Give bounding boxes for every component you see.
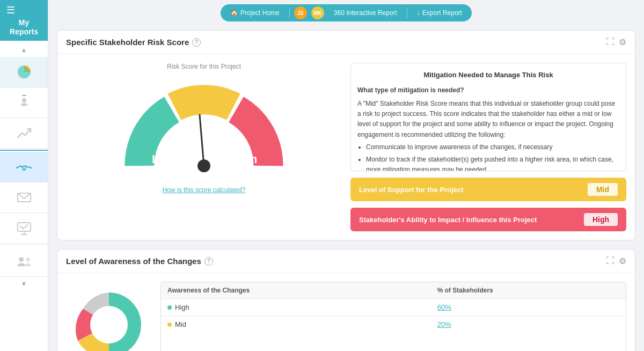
top-nav-bar: 🏠 Project Home JS MK 360 Interactive Rep… bbox=[221, 4, 472, 21]
gauge-label: Risk Score for this Project bbox=[167, 63, 241, 70]
sidebar-item-presentation[interactable] bbox=[0, 213, 48, 244]
fullscreen-icon[interactable]: ⛶ bbox=[606, 37, 614, 47]
awareness-body: Awareness of the Changes % of Stakeholde… bbox=[57, 273, 635, 351]
awareness-high-value: 60% bbox=[431, 299, 626, 316]
awareness-card-title-text: Level of Awareness of the Changes bbox=[66, 257, 201, 266]
support-label: Level of Support for the Project bbox=[359, 186, 463, 194]
pie-chart-icon bbox=[16, 63, 33, 81]
sidebar-title: MyReports bbox=[10, 18, 38, 36]
presentation-icon bbox=[16, 220, 33, 237]
influence-score-badge: Stakeholder's Ability to Impact / Influe… bbox=[350, 208, 626, 231]
sidebar: ☰ MyReports ▲ bbox=[0, 0, 48, 351]
awareness-card-actions: ⛶ ⚙ bbox=[606, 256, 626, 266]
svg-point-0 bbox=[22, 98, 26, 103]
svg-point-2 bbox=[23, 169, 25, 171]
gauge-card-body: Risk Score for this Project Low bbox=[57, 54, 635, 240]
risk-score-card: Specific Stakeholder Risk Score ? ⛶ ⚙ Ri… bbox=[57, 30, 635, 240]
interactive-report-button[interactable]: 360 Interactive Report bbox=[328, 7, 402, 19]
mitigation-box: Mitigation Needed to Manage This Risk Wh… bbox=[350, 63, 626, 171]
home-icon: 🏠 bbox=[230, 9, 238, 17]
nav-divider-2 bbox=[407, 8, 407, 18]
influence-value: High bbox=[584, 213, 618, 226]
support-value: Mid bbox=[588, 183, 618, 196]
awareness-table: Awareness of the Changes % of Stakeholde… bbox=[160, 282, 626, 351]
gauge-container: Low Mid High bbox=[113, 75, 295, 182]
svg-text:Low: Low bbox=[152, 152, 176, 166]
support-score-badge: Level of Support for the Project Mid bbox=[350, 178, 626, 201]
nav-avatar-1: JS bbox=[294, 6, 307, 19]
risk-title-info-icon[interactable]: ? bbox=[192, 38, 201, 47]
sidebar-item-trend[interactable] bbox=[0, 118, 48, 149]
mitigation-question: What type of mitigation is needed? bbox=[357, 85, 619, 96]
svg-point-13 bbox=[197, 159, 210, 172]
nav-avatar-2: MK bbox=[311, 6, 324, 19]
mitigation-body: A "Mid" Stakeholder Risk Score means tha… bbox=[357, 99, 619, 140]
svg-point-8 bbox=[26, 257, 30, 261]
gauge-calc-link[interactable]: How is this score calculated? bbox=[163, 186, 246, 194]
handshake-icon bbox=[16, 158, 33, 176]
page-scroll: Specific Stakeholder Risk Score ? ⛶ ⚙ Ri… bbox=[48, 26, 644, 351]
awareness-mid-link[interactable]: 20% bbox=[437, 320, 451, 328]
svg-text:Mid: Mid bbox=[194, 115, 214, 128]
top-nav: 🏠 Project Home JS MK 360 Interactive Rep… bbox=[48, 0, 644, 26]
awareness-high-label: High bbox=[161, 299, 431, 316]
mitigation-bullet-2: Monitor to track if the stakeholder(s) g… bbox=[366, 155, 619, 171]
sidebar-header: ☰ MyReports bbox=[0, 0, 48, 41]
awareness-high-link[interactable]: 60% bbox=[437, 303, 451, 311]
sidebar-item-group[interactable] bbox=[0, 246, 48, 277]
svg-rect-4 bbox=[18, 223, 31, 231]
sidebar-item-shield-user[interactable] bbox=[0, 87, 48, 118]
trend-icon bbox=[16, 125, 33, 142]
risk-card-title-text: Specific Stakeholder Risk Score bbox=[66, 38, 189, 47]
sidebar-item-reports[interactable] bbox=[0, 57, 48, 87]
export-report-button[interactable]: ↓ Export Report bbox=[412, 7, 467, 19]
main-content: 🏠 Project Home JS MK 360 Interactive Rep… bbox=[48, 0, 644, 351]
svg-text:High: High bbox=[231, 152, 258, 166]
scroll-up-button[interactable]: ▲ bbox=[0, 43, 48, 57]
hamburger-icon[interactable]: ☰ bbox=[6, 4, 15, 16]
risk-card-header: Specific Stakeholder Risk Score ? ⛶ ⚙ bbox=[57, 31, 635, 54]
gauge-section: Risk Score for this Project Low bbox=[66, 63, 342, 231]
download-icon: ↓ bbox=[417, 9, 420, 17]
donut-chart-section bbox=[66, 282, 152, 351]
svg-point-14 bbox=[90, 306, 128, 343]
sidebar-item-envelope[interactable] bbox=[0, 182, 48, 213]
high-dot bbox=[167, 305, 172, 310]
awareness-col2-header: % of Stakeholders bbox=[431, 282, 626, 299]
mid-dot bbox=[167, 323, 172, 327]
svg-point-7 bbox=[19, 257, 24, 262]
svg-rect-1 bbox=[22, 95, 26, 96]
awareness-card-header: Level of Awareness of the Changes ? ⛶ ⚙ bbox=[57, 250, 635, 273]
nav-divider-1 bbox=[289, 8, 290, 18]
awareness-settings-icon[interactable]: ⚙ bbox=[619, 256, 626, 266]
shield-user-icon bbox=[16, 94, 33, 111]
envelope-icon bbox=[16, 189, 33, 206]
donut-svg bbox=[66, 282, 152, 351]
mitigation-title: Mitigation Needed to Manage This Risk bbox=[357, 70, 619, 81]
mitigation-bullets: Communicate to improve awareness of the … bbox=[366, 142, 619, 171]
mitigation-bullet-1: Communicate to improve awareness of the … bbox=[366, 142, 619, 152]
project-home-button[interactable]: 🏠 Project Home bbox=[225, 7, 285, 19]
sidebar-icons: ▲ bbox=[0, 43, 48, 291]
awareness-mid-label: Mid bbox=[161, 316, 431, 333]
risk-card-actions: ⛶ ⚙ bbox=[606, 37, 626, 47]
gauge-svg: Low Mid High bbox=[113, 75, 295, 182]
awareness-row-high: High 60% bbox=[161, 299, 626, 316]
influence-label: Stakeholder's Ability to Impact / Influe… bbox=[359, 216, 537, 224]
settings-icon[interactable]: ⚙ bbox=[619, 37, 626, 47]
risk-card-title: Specific Stakeholder Risk Score ? bbox=[66, 38, 201, 47]
awareness-card-title: Level of Awareness of the Changes ? bbox=[66, 257, 213, 266]
awareness-fullscreen-icon[interactable]: ⛶ bbox=[606, 256, 614, 266]
awareness-card: Level of Awareness of the Changes ? ⛶ ⚙ bbox=[57, 249, 635, 351]
group-icon bbox=[16, 253, 33, 270]
mitigation-box-content[interactable]: Mitigation Needed to Manage This Risk Wh… bbox=[351, 63, 626, 171]
risk-panel: Mitigation Needed to Manage This Risk Wh… bbox=[350, 63, 626, 231]
scroll-down-button[interactable]: ▼ bbox=[0, 277, 48, 291]
awareness-col1-header: Awareness of the Changes bbox=[161, 282, 431, 299]
sidebar-item-handshake[interactable] bbox=[0, 152, 48, 182]
awareness-title-info-icon[interactable]: ? bbox=[204, 257, 213, 266]
interactive-report-label: 360 Interactive Report bbox=[334, 9, 397, 17]
awareness-row-mid: Mid 20% bbox=[161, 316, 626, 333]
export-report-label: Export Report bbox=[422, 9, 462, 17]
awareness-mid-value: 20% bbox=[431, 316, 626, 333]
